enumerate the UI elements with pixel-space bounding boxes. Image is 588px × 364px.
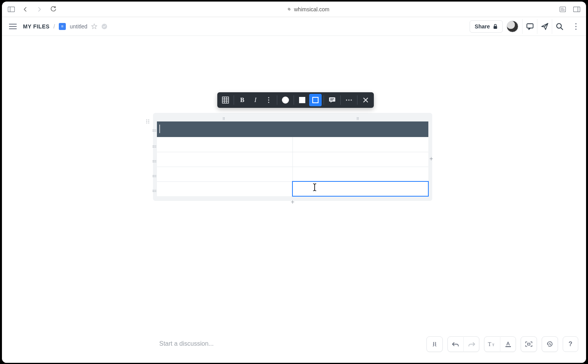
color-swatch-icon[interactable] <box>279 94 292 106</box>
svg-text:T: T <box>492 343 495 347</box>
history-icon[interactable] <box>542 336 558 352</box>
table-cell[interactable]: ⠿ <box>157 137 292 152</box>
bottom-toolbar: TT A ? <box>426 336 578 352</box>
address-bar[interactable]: whimsical.com <box>62 6 554 12</box>
outline-style-icon[interactable] <box>309 94 322 106</box>
fill-style-icon[interactable] <box>296 94 308 106</box>
bold-icon[interactable]: B <box>236 94 248 106</box>
doc-icon: ≡ <box>59 23 66 30</box>
canvas[interactable]: B I <box>2 36 586 363</box>
code-block-icon[interactable] <box>427 336 442 352</box>
toolbar-more-icon[interactable] <box>343 94 355 106</box>
row-handle-header[interactable]: ⠿ <box>151 129 156 133</box>
table-block[interactable]: ⠿ ⠿ ⠿ ⠿ ⠿ ⠿ ⠿ + <box>153 113 432 201</box>
table[interactable]: ⠿ ⠿ ⠿ ⠿ <box>157 121 428 196</box>
fit-screen-icon[interactable] <box>521 336 537 352</box>
table-row[interactable]: ⠿ <box>157 152 428 167</box>
add-row-icon[interactable]: + <box>291 199 294 206</box>
svg-point-25 <box>268 97 269 98</box>
svg-point-33 <box>351 100 352 101</box>
url-text: whimsical.com <box>294 6 329 12</box>
table-cell[interactable] <box>292 167 428 181</box>
svg-line-16 <box>561 28 563 30</box>
svg-rect-28 <box>329 97 335 102</box>
doc-title[interactable]: untitled <box>70 23 87 30</box>
tabs-icon[interactable] <box>571 4 582 15</box>
table-options-icon[interactable] <box>219 94 232 106</box>
italic-icon[interactable]: I <box>249 94 262 106</box>
svg-point-41 <box>148 123 149 123</box>
search-icon[interactable] <box>552 19 567 34</box>
browser-bar: whimsical.com <box>2 2 586 17</box>
breadcrumb-root[interactable]: MY FILES <box>23 23 49 30</box>
table-cell[interactable] <box>292 137 428 152</box>
text-caret <box>159 125 160 133</box>
link-icon <box>287 7 292 12</box>
table-cell[interactable] <box>292 152 428 167</box>
send-icon[interactable] <box>537 19 552 34</box>
svg-point-27 <box>268 102 269 103</box>
breadcrumb: MY FILES / ≡ untitled <box>23 23 107 30</box>
svg-point-19 <box>575 28 576 30</box>
share-label: Share <box>475 23 490 30</box>
share-button[interactable]: Share <box>470 20 503 33</box>
add-column-icon[interactable]: + <box>430 155 433 162</box>
svg-point-32 <box>349 100 350 101</box>
svg-point-40 <box>146 123 147 123</box>
column-handle-1[interactable]: ⠿ <box>222 117 226 121</box>
discussion-input[interactable]: Start a discussion... <box>159 340 214 347</box>
reload-icon[interactable] <box>48 4 59 15</box>
svg-rect-13 <box>527 24 533 28</box>
comments-icon[interactable] <box>522 19 537 34</box>
text-color-icon[interactable]: A <box>500 336 516 352</box>
menu-icon[interactable] <box>7 20 19 33</box>
lock-icon <box>493 24 498 29</box>
svg-text:A: A <box>506 341 510 346</box>
star-icon[interactable] <box>91 23 97 30</box>
svg-rect-0 <box>8 7 15 12</box>
svg-rect-6 <box>574 7 580 12</box>
svg-point-38 <box>146 121 147 122</box>
avatar[interactable] <box>507 21 518 32</box>
svg-rect-20 <box>222 97 229 103</box>
table-header-cell[interactable] <box>157 121 292 137</box>
svg-point-31 <box>346 100 347 101</box>
svg-point-26 <box>268 100 269 101</box>
forward-icon[interactable] <box>34 4 45 15</box>
svg-rect-12 <box>494 26 497 29</box>
table-cell[interactable]: ⠿ <box>157 181 292 196</box>
redo-icon[interactable] <box>463 336 479 352</box>
table-row[interactable]: ⠿ <box>157 137 428 152</box>
row-handle[interactable]: ⠿ <box>151 174 156 179</box>
text-more-icon[interactable] <box>262 94 275 106</box>
undo-icon[interactable] <box>448 336 463 352</box>
svg-point-17 <box>575 23 576 24</box>
more-menu-icon[interactable] <box>570 23 581 30</box>
svg-point-18 <box>575 26 576 27</box>
table-toolbar: B I <box>217 92 374 108</box>
row-handle[interactable]: ⠿ <box>151 144 156 149</box>
column-handle-2[interactable]: ⠿ <box>356 117 360 121</box>
sidebar-toggle-icon[interactable] <box>6 4 17 15</box>
table-header-row[interactable] <box>157 121 428 137</box>
table-cell[interactable]: ⠿ <box>157 152 292 167</box>
reader-icon[interactable] <box>557 4 568 15</box>
app-header: MY FILES / ≡ untitled Share <box>2 17 586 36</box>
table-cell[interactable]: ⠿ <box>157 167 292 181</box>
back-icon[interactable] <box>20 4 31 15</box>
svg-rect-47 <box>528 343 530 345</box>
discussion-placeholder: Start a discussion... <box>159 340 214 347</box>
table-row[interactable]: ⠿ <box>157 181 428 196</box>
svg-point-36 <box>146 120 147 120</box>
table-header-cell[interactable] <box>292 121 428 137</box>
table-drag-handle-icon[interactable] <box>146 119 150 124</box>
table-row[interactable]: ⠿ <box>157 167 428 181</box>
svg-point-39 <box>148 121 149 122</box>
close-icon[interactable] <box>359 94 372 106</box>
text-size-icon[interactable]: TT <box>484 336 500 352</box>
row-handle[interactable]: ⠿ <box>151 160 156 164</box>
comment-icon[interactable] <box>326 94 338 106</box>
row-handle[interactable]: ⠿ <box>151 189 156 193</box>
table-cell-selected[interactable] <box>292 181 428 196</box>
help-icon[interactable]: ? <box>563 336 578 352</box>
